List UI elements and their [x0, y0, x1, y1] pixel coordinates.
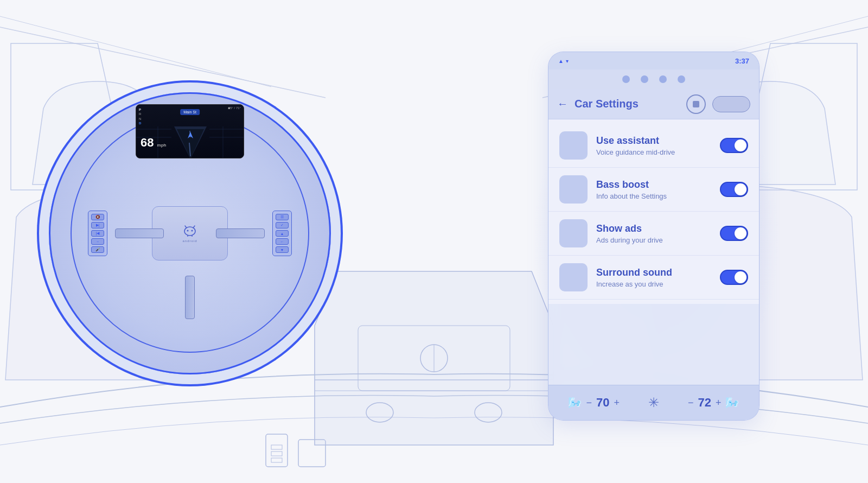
indicator-dot-4	[678, 75, 685, 83]
display-temp: 65° / 71°	[228, 106, 241, 110]
phone-header: ← Car Settings	[548, 89, 759, 119]
sw-btn-group-right: ☰ ✓ ▲ ← ▼	[272, 211, 292, 256]
display-speed: 68 mph	[141, 136, 167, 150]
sw-controls-right: ☰ ✓ ▲ ← ▼	[272, 211, 292, 256]
climate-center: ✳	[648, 395, 659, 410]
sw-btn-group-left: 🔇 ▶| |◀ − 🎤	[88, 211, 107, 256]
surround-sound-icon	[559, 263, 588, 291]
svg-point-27	[184, 227, 195, 236]
sw-back-btn[interactable]: ←	[276, 238, 289, 245]
svg-point-28	[187, 230, 189, 231]
use-assistant-toggle[interactable]	[720, 138, 748, 153]
signal-icon: ▲	[558, 58, 564, 64]
sw-controls-left: 🔇 ▶| |◀ − 🎤	[88, 211, 107, 256]
wifi-icon: ▾	[566, 58, 569, 64]
svg-rect-8	[271, 452, 282, 456]
show-ads-text: Show ads Ads during your drive	[596, 223, 711, 244]
stop-square-icon	[693, 101, 699, 107]
bass-boost-title: Bass boost	[596, 179, 711, 190]
header-title: Car Settings	[575, 98, 680, 110]
back-arrow-icon: ←	[557, 98, 568, 110]
android-logo	[181, 225, 199, 237]
spoke-left	[115, 228, 164, 238]
show-ads-desc: Ads during your drive	[596, 236, 711, 244]
bass-boost-icon	[559, 175, 588, 204]
surround-sound-desc: Increase as you drive	[596, 280, 711, 288]
bass-boost-desc: Info about the Settings	[596, 192, 711, 200]
setting-item-surround-sound: Surround sound Increase as you drive	[548, 256, 759, 300]
steering-display: Main St 68 mph 65° / 71° P R N	[136, 104, 244, 158]
spoke-bottom	[185, 276, 195, 319]
sw-check-btn[interactable]: ✓	[276, 222, 289, 228]
climate-left-plus[interactable]: +	[614, 397, 620, 409]
show-ads-toggle[interactable]	[720, 226, 748, 241]
surround-sound-text: Surround sound Increase as you drive	[596, 267, 711, 288]
use-assistant-title: Use assistant	[596, 135, 711, 147]
sw-down-btn[interactable]: ▼	[276, 246, 289, 253]
show-ads-icon	[559, 219, 588, 247]
fan-icon: ✳	[648, 395, 659, 410]
sw-mic-btn[interactable]: 🎤	[91, 246, 104, 253]
sw-prev-btn[interactable]: |◀	[91, 230, 104, 237]
indicator-dot-3	[659, 75, 667, 83]
bass-boost-toggle[interactable]	[720, 182, 748, 197]
bass-boost-text: Bass boost Info about the Settings	[596, 179, 711, 200]
indicator-dot-2	[641, 75, 648, 83]
climate-left: 🌬️ − 70 +	[568, 396, 620, 410]
svg-line-31	[193, 226, 195, 228]
display-status: ■	[228, 106, 230, 110]
surround-sound-toggle[interactable]	[720, 270, 748, 285]
gear-indicator: P R N D	[139, 107, 141, 126]
climate-left-minus[interactable]: −	[586, 397, 592, 409]
use-assistant-desc: Voice guidance mid-drive	[596, 148, 711, 156]
climate-right-minus[interactable]: −	[688, 397, 694, 409]
sw-menu-btn[interactable]: ☰	[276, 214, 289, 220]
bass-boost-toggle-knob	[735, 183, 746, 195]
status-bar: ▲ ▾ 3:37	[548, 52, 759, 69]
show-ads-toggle-knob	[735, 227, 746, 239]
surround-sound-title: Surround sound	[596, 267, 711, 278]
sw-vol-down-btn[interactable]: −	[91, 238, 104, 245]
back-button[interactable]: ←	[557, 98, 568, 110]
setting-item-use-assistant: Use assistant Voice guidance mid-drive	[548, 124, 759, 168]
use-assistant-toggle-knob	[735, 139, 746, 151]
indicator-row	[548, 69, 759, 89]
sw-up-btn[interactable]: ▲	[276, 230, 289, 237]
use-assistant-icon	[559, 131, 588, 160]
climate-left-value: 70	[596, 396, 609, 410]
spoke-right	[216, 228, 265, 238]
setting-item-bass-boost: Bass boost Info about the Settings	[548, 168, 759, 212]
status-left: ▲ ▾	[558, 58, 569, 64]
sw-airbag-label: android	[182, 239, 197, 243]
use-assistant-text: Use assistant Voice guidance mid-drive	[596, 135, 711, 156]
settings-list: Use assistant Voice guidance mid-drive B…	[548, 119, 759, 304]
sw-mute-btn[interactable]: 🔇	[91, 214, 104, 220]
climate-right: − 72 + 🌬️	[688, 396, 739, 410]
speed-unit: mph	[157, 143, 167, 148]
phone-panel: ▲ ▾ 3:37 ← Car Settings Use assistant Vo…	[548, 52, 760, 421]
display-nav: Main St 68 mph 65° / 71° P R N	[136, 105, 244, 158]
climate-bar: 🌬️ − 70 + ✳ − 72 + 🌬️	[548, 385, 759, 420]
svg-point-29	[192, 230, 193, 231]
surround-sound-toggle-knob	[735, 271, 746, 283]
climate-right-value: 72	[698, 396, 711, 410]
steering-wheel-inner: Main St 68 mph 65° / 71° P R N	[71, 114, 309, 353]
setting-item-show-ads: Show ads Ads during your drive	[548, 212, 759, 256]
svg-rect-9	[271, 458, 282, 462]
status-time: 3:37	[735, 57, 749, 65]
indicator-dot-1	[622, 75, 630, 83]
sw-next-btn[interactable]: ▶|	[91, 222, 104, 228]
climate-right-plus[interactable]: +	[716, 397, 722, 409]
svg-rect-7	[271, 445, 282, 449]
steering-wheel-outer: Main St 68 mph 65° / 71° P R N	[49, 92, 331, 374]
header-pill-button[interactable]	[712, 96, 750, 112]
display-street: Main St	[180, 109, 200, 115]
svg-line-30	[185, 226, 187, 228]
steering-wheel-container: Main St 68 mph 65° / 71° P R N	[33, 43, 347, 423]
climate-left-icon: 🌬️	[568, 396, 582, 409]
stop-button[interactable]	[686, 94, 706, 114]
svg-rect-6	[266, 434, 288, 467]
show-ads-title: Show ads	[596, 223, 711, 234]
climate-right-icon: 🌬️	[725, 396, 739, 409]
